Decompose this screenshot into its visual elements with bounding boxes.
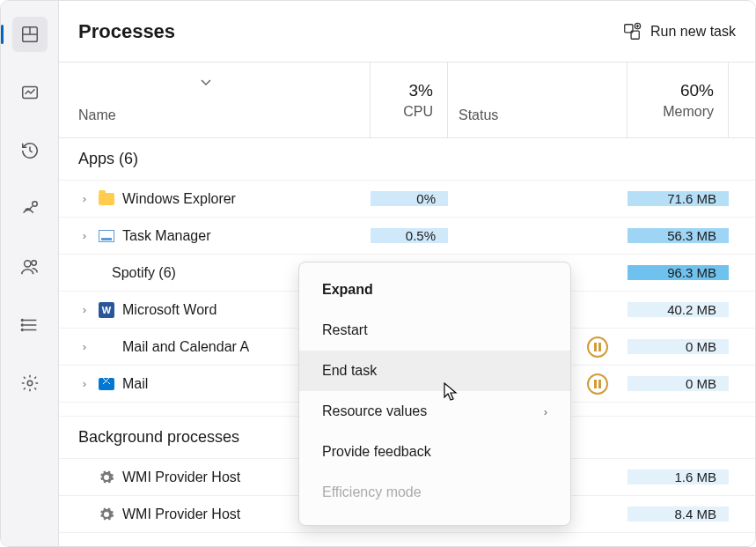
app-icon	[98, 338, 115, 356]
startup-icon	[20, 199, 40, 218]
status-label: Status	[459, 107, 498, 123]
svg-point-4	[32, 202, 37, 207]
group-apps[interactable]: Apps (6)	[59, 138, 755, 181]
menu-item-expand[interactable]: Expand	[299, 270, 570, 310]
run-new-task-button[interactable]: Run new task	[622, 22, 736, 41]
menu-item-label: Expand	[322, 282, 373, 298]
process-name: Microsoft Word	[122, 302, 217, 318]
sidebar-item-startup[interactable]	[12, 191, 48, 226]
process-memory: 8.4 MB	[628, 506, 729, 521]
run-task-icon	[622, 22, 642, 41]
chevron-right-icon[interactable]: ›	[78, 229, 91, 242]
sidebar-item-history[interactable]	[12, 133, 48, 168]
sidebar-item-users[interactable]	[12, 249, 48, 285]
process-name: Mail and Calendar A	[122, 339, 249, 355]
context-menu: Expand Restart End task Resource values …	[298, 262, 571, 526]
chevron-right-icon[interactable]: ›	[78, 303, 91, 316]
cpu-label: CPU	[403, 104, 433, 120]
column-header-memory[interactable]: 60% Memory	[628, 63, 729, 137]
menu-item-label: Resource values	[322, 403, 427, 419]
svg-point-7	[31, 261, 36, 266]
process-memory: 96.3 MB	[628, 265, 729, 280]
memory-label: Memory	[663, 104, 714, 120]
process-name: Spotify (6)	[112, 265, 176, 281]
run-new-task-label: Run new task	[650, 24, 736, 40]
svg-point-11	[21, 320, 23, 322]
process-name: Windows Explorer	[122, 191, 236, 207]
folder-icon	[98, 190, 115, 208]
process-name: WMI Provider Host	[122, 506, 240, 522]
column-header: Name 3% CPU Status 60% Memory	[59, 63, 755, 138]
cpu-percent: 3%	[409, 81, 433, 100]
sidebar-item-details[interactable]	[12, 307, 48, 343]
header: Processes Run new task	[59, 1, 755, 63]
menu-item-efficiency-mode: Efficiency mode	[299, 472, 570, 513]
chevron-right-icon[interactable]: ›	[78, 340, 91, 353]
gear-icon	[98, 469, 115, 486]
process-name: Task Manager	[122, 228, 211, 244]
column-header-name[interactable]: Name	[59, 63, 371, 137]
sidebar	[1, 1, 59, 546]
menu-item-label: Efficiency mode	[322, 484, 422, 500]
mail-icon	[98, 375, 115, 393]
performance-icon	[20, 83, 40, 102]
process-memory: 1.6 MB	[628, 469, 729, 484]
menu-item-label: Restart	[322, 322, 368, 338]
process-name: WMI Provider Host	[122, 469, 240, 485]
process-cpu: 0.5%	[371, 228, 448, 243]
process-row-task-manager[interactable]: › Task Manager 0.5% 56.3 MB	[59, 218, 755, 255]
menu-item-end-task[interactable]: End task	[299, 351, 570, 391]
sidebar-item-performance[interactable]	[12, 75, 48, 110]
gear-icon	[98, 506, 115, 523]
pause-icon	[587, 373, 608, 395]
history-icon	[20, 141, 40, 160]
sidebar-item-services[interactable]	[12, 366, 48, 401]
column-name-label: Name	[78, 107, 116, 123]
word-icon: W	[98, 301, 115, 319]
process-cpu: 0%	[371, 191, 448, 206]
process-row-windows-explorer[interactable]: › Windows Explorer 0% 71.6 MB	[59, 181, 755, 218]
process-memory: 56.3 MB	[628, 228, 729, 243]
column-header-cpu[interactable]: 3% CPU	[371, 63, 448, 137]
users-icon	[20, 257, 40, 277]
svg-point-6	[24, 261, 30, 267]
memory-percent: 60%	[680, 81, 714, 100]
chevron-down-icon	[200, 75, 212, 89]
process-memory: 0 MB	[628, 339, 729, 354]
process-memory: 71.6 MB	[628, 191, 729, 206]
chevron-right-icon[interactable]: ›	[78, 377, 91, 390]
page-title: Processes	[78, 20, 175, 43]
menu-item-label: End task	[322, 363, 377, 379]
cursor-icon	[444, 382, 459, 404]
group-apps-label: Apps (6)	[78, 150, 371, 168]
sidebar-item-processes[interactable]	[12, 17, 48, 52]
chart-icon	[98, 227, 115, 245]
menu-item-provide-feedback[interactable]: Provide feedback	[299, 432, 570, 472]
svg-line-5	[30, 206, 33, 209]
process-name: Mail	[122, 376, 148, 392]
process-memory: 0 MB	[628, 376, 729, 391]
menu-item-resource-values[interactable]: Resource values ›	[299, 391, 570, 432]
process-memory: 40.2 MB	[628, 302, 729, 317]
details-icon	[20, 315, 40, 335]
menu-item-restart[interactable]: Restart	[299, 310, 570, 351]
menu-item-label: Provide feedback	[322, 444, 431, 460]
chevron-right-icon[interactable]: ›	[78, 192, 91, 205]
pause-icon	[587, 336, 608, 358]
column-header-status[interactable]: Status	[448, 63, 628, 137]
processes-icon	[20, 25, 40, 44]
svg-point-12	[21, 324, 23, 326]
svg-point-14	[27, 381, 33, 386]
services-icon	[20, 373, 40, 393]
chevron-right-icon: ›	[544, 405, 547, 418]
svg-point-13	[21, 329, 23, 331]
